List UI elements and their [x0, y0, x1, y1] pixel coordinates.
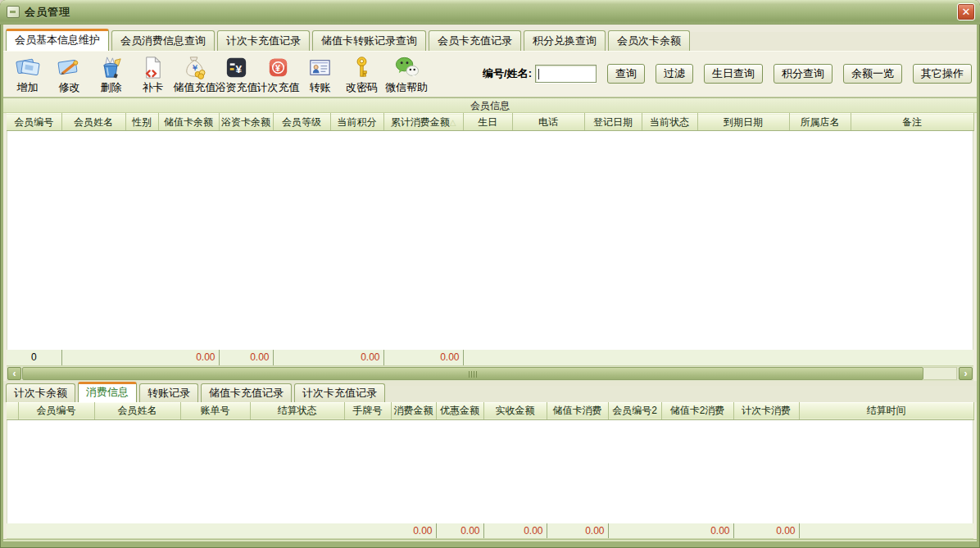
text-caret: [538, 69, 539, 79]
tab-transfer-records[interactable]: 转账记录: [139, 383, 198, 402]
transfer-card-icon: [306, 54, 333, 81]
summary-member-count: 0: [7, 350, 61, 365]
tab-member-card-recharge-records[interactable]: 会员卡充值记录: [429, 30, 521, 51]
col-phone[interactable]: 电话: [512, 114, 584, 131]
scrollbar-thumb[interactable]: [22, 367, 923, 380]
top-tab-strip: 会员基本信息维护 会员消费信息查询 计次卡充值记录 储值卡转账记录查询 会员卡充…: [3, 32, 977, 51]
wechat-help-button[interactable]: 微信帮助: [383, 54, 430, 95]
member-table-header: 会员编号 会员姓名 性别 储值卡余额 浴资卡余额 会员等级 当前积分 累计消费金…: [7, 113, 974, 131]
tab-consumption-info[interactable]: 消费信息: [78, 382, 137, 402]
member-table-summary: 0 0.00 0.00 0.00 0.00: [7, 350, 973, 366]
search-label: 编号/姓名:: [483, 66, 532, 81]
tab-stored-card-transfer-records[interactable]: 储值卡转账记录查询: [312, 30, 426, 51]
tab-member-consumption-query[interactable]: 会员消费信息查询: [111, 30, 215, 51]
svg-text:￥: ￥: [191, 63, 199, 72]
money-bag-icon: ￥: [181, 54, 208, 81]
svg-text:¥: ¥: [236, 63, 243, 75]
add-cards-icon: [14, 54, 41, 81]
search-bar: 编号/姓名: 查询 过滤 生日查询 积分查询 余额一览 其它操作: [483, 64, 972, 84]
balance-overview-button[interactable]: 余额一览: [843, 64, 902, 84]
col-register-date[interactable]: 登记日期: [584, 114, 642, 131]
col-birthday[interactable]: 生日: [463, 114, 512, 131]
tab-member-basic-info[interactable]: 会员基本信息维护: [6, 29, 109, 51]
edit-pen-icon: [56, 54, 83, 81]
summary-total-consumption: 0.00: [383, 350, 463, 365]
col-discount-amount[interactable]: 优惠金额: [436, 402, 483, 419]
title-bar[interactable]: 会员管理 ✕: [0, 0, 980, 25]
col-settle-time[interactable]: 结算时间: [799, 402, 973, 419]
bath-recharge-icon: ¥: [223, 54, 250, 81]
filter-button[interactable]: 过滤: [656, 64, 693, 84]
summary-current-points: 0.00: [330, 350, 383, 365]
col-member-id-2[interactable]: 会员编号2: [608, 402, 661, 419]
window-icon: [7, 6, 20, 18]
scroll-left-button[interactable]: ‹: [7, 367, 21, 380]
col-settle-status[interactable]: 结算状态: [250, 402, 344, 419]
search-input[interactable]: [535, 65, 597, 83]
col-member-name[interactable]: 会员姓名: [61, 114, 125, 131]
col-remark[interactable]: 备注: [851, 114, 973, 131]
window-title: 会员管理: [25, 5, 957, 20]
delete-button[interactable]: 删除: [90, 54, 132, 95]
close-icon: ✕: [962, 6, 971, 18]
scroll-right-button[interactable]: ›: [959, 367, 973, 380]
reissue-card-button[interactable]: 补卡: [132, 54, 174, 95]
times-recharge-button[interactable]: ¥ 计次充值: [257, 54, 299, 95]
summary-stored-card-balance: 0.00: [158, 350, 219, 365]
close-button[interactable]: ✕: [957, 3, 975, 20]
summary-discount-amount: 0.00: [436, 523, 483, 539]
modify-button[interactable]: 修改: [48, 54, 90, 95]
key-icon: [348, 54, 375, 81]
col-expire-date[interactable]: 到期日期: [697, 114, 789, 131]
summary-received-amount: 0.00: [483, 523, 547, 539]
col-current-status[interactable]: 当前状态: [642, 114, 697, 131]
toolbar: 增加 修改 删除: [3, 51, 977, 97]
scroll-left-icon: ‹: [13, 368, 16, 379]
add-button[interactable]: 增加: [7, 54, 48, 95]
summary-stored-card2-consume: 0.00: [661, 523, 733, 539]
consumption-table-body[interactable]: [7, 420, 973, 523]
tab-points-exchange-query[interactable]: 积分兑换查询: [524, 30, 606, 51]
col-stored-card-balance[interactable]: 储值卡余额: [158, 114, 219, 131]
tab-times-card-recharge-records[interactable]: 计次卡充值记录: [217, 30, 310, 51]
col-stored-card-consume[interactable]: 储值卡消费: [547, 402, 608, 419]
change-password-button[interactable]: 改密码: [341, 54, 383, 95]
other-operations-button[interactable]: 其它操作: [913, 64, 972, 84]
member-table-body[interactable]: [7, 131, 973, 350]
col-bill-number[interactable]: 账单号: [180, 402, 250, 419]
sort-asc-icon: △: [450, 118, 456, 127]
col-total-consumption[interactable]: 累计消费金额△: [383, 114, 463, 131]
tab-times-card-balance[interactable]: 计次卡余额: [6, 383, 75, 402]
col-member-level[interactable]: 会员等级: [273, 114, 330, 131]
tab-stored-card-recharge-records[interactable]: 储值卡充值记录: [201, 383, 292, 402]
col-stored-card2-consume[interactable]: 储值卡2消费: [661, 402, 733, 419]
points-query-button[interactable]: 积分查询: [774, 64, 833, 84]
stored-value-recharge-button[interactable]: ￥ 储值充值: [174, 54, 216, 95]
col-times-card-consume[interactable]: 计次卡消费: [733, 402, 799, 419]
col-c-member-name[interactable]: 会员姓名: [94, 402, 180, 419]
scrollbar-grip-icon: [469, 371, 478, 378]
col-hand-tag-number[interactable]: 手牌号: [344, 402, 391, 419]
col-gender[interactable]: 性别: [125, 114, 158, 131]
tab-member-times-card-balance[interactable]: 会员次卡余额: [608, 30, 690, 51]
transfer-button[interactable]: 转账: [299, 54, 341, 95]
summary-stored-card-consume: 0.00: [547, 523, 608, 539]
col-store-name[interactable]: 所属店名: [789, 114, 851, 131]
col-consume-amount[interactable]: 消费金额: [391, 402, 436, 419]
horizontal-scrollbar[interactable]: ‹ ›: [7, 366, 973, 381]
scroll-right-icon: ›: [964, 368, 968, 379]
wechat-icon: [393, 54, 420, 81]
scrollbar-track[interactable]: [923, 367, 957, 380]
col-received-amount[interactable]: 实收金额: [483, 402, 547, 419]
birthday-query-button[interactable]: 生日查询: [704, 64, 763, 84]
col-member-id[interactable]: 会员编号: [7, 114, 61, 131]
col-bath-card-balance[interactable]: 浴资卡余额: [219, 114, 273, 131]
col-gutter: [7, 402, 18, 419]
col-current-points[interactable]: 当前积分: [330, 114, 383, 131]
summary-bath-card-balance: 0.00: [219, 350, 273, 365]
tab-times-card-recharge-records[interactable]: 计次卡充值记录: [294, 383, 385, 402]
bath-recharge-button[interactable]: ¥ 浴资充值: [216, 54, 257, 95]
query-button[interactable]: 查询: [607, 64, 645, 84]
svg-text:¥: ¥: [275, 63, 280, 73]
col-c-member-id[interactable]: 会员编号: [18, 402, 94, 419]
